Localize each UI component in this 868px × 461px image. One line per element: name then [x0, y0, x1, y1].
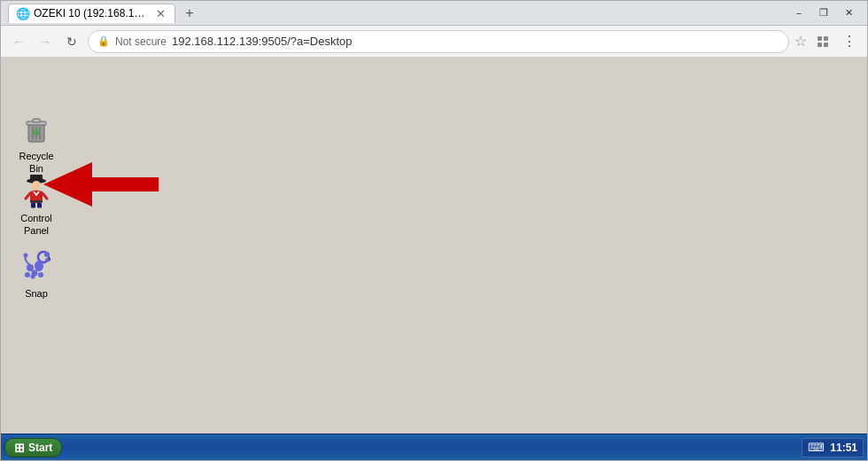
svg-rect-14: [30, 200, 43, 203]
svg-text:♻: ♻: [32, 128, 40, 137]
keyboard-tray-icon: ⌨: [808, 441, 825, 454]
refresh-button[interactable]: ↻: [61, 31, 82, 52]
svg-point-27: [25, 272, 30, 277]
start-button[interactable]: ⊞ Start: [4, 438, 62, 457]
restore-button[interactable]: ❐: [812, 4, 835, 23]
recycle-bin-image: ♻: [18, 110, 55, 147]
window-controls: − ❐ ✕: [787, 4, 860, 23]
url-text: 192.168.112.139:9505/?a=Desktop: [172, 35, 779, 48]
svg-rect-15: [31, 203, 35, 208]
tab-favicon: 🌐: [16, 7, 30, 20]
start-icon: ⊞: [14, 441, 25, 455]
desktop: ♻ Recycle Bin: [1, 58, 867, 434]
svg-point-29: [24, 254, 28, 258]
back-button[interactable]: ←: [8, 31, 29, 52]
red-arrow: [43, 162, 159, 207]
svg-rect-1: [824, 36, 828, 41]
forward-button[interactable]: →: [35, 31, 56, 52]
svg-point-20: [44, 252, 50, 257]
tab-close-button[interactable]: ✕: [156, 7, 166, 20]
taskbar: ⊞ Start ⌨ 11:51: [1, 434, 867, 460]
new-tab-button[interactable]: +: [179, 3, 200, 24]
svg-point-25: [38, 272, 43, 277]
address-bar: ← → ↻ 🔒 Not secure 192.168.112.139:9505/…: [1, 26, 867, 58]
svg-rect-2: [818, 43, 822, 47]
svg-point-13: [32, 181, 41, 190]
svg-rect-6: [33, 119, 40, 122]
close-button[interactable]: ✕: [837, 4, 860, 23]
bookmark-button[interactable]: ☆: [794, 33, 807, 50]
lock-icon: 🔒: [97, 35, 110, 47]
not-secure-label: Not secure: [115, 35, 167, 48]
menu-button[interactable]: ⋮: [839, 31, 860, 52]
svg-point-23: [35, 261, 43, 271]
control-panel-label: Control Panel: [9, 211, 64, 238]
svg-rect-0: [818, 36, 822, 41]
svg-line-17: [26, 193, 30, 199]
snap-label: Snap: [23, 286, 50, 301]
browser-window: 🌐 OZEKI 10 (192.168.112.1... ✕ + − ❐ ✕ ←…: [0, 0, 868, 461]
tab-title: OZEKI 10 (192.168.112.1...: [34, 7, 149, 20]
svg-rect-16: [37, 203, 42, 208]
start-label: Start: [28, 441, 52, 454]
svg-rect-12: [30, 175, 43, 182]
snap-image: [18, 247, 55, 285]
system-tray: ⌨ 11:51: [802, 438, 864, 457]
title-bar: 🌐 OZEKI 10 (192.168.112.1... ✕ + − ❐ ✕: [1, 1, 867, 26]
address-input-wrap[interactable]: 🔒 Not secure 192.168.112.139:9505/?a=Des…: [88, 30, 789, 53]
svg-point-28: [31, 275, 35, 279]
snap-icon[interactable]: Snap: [5, 244, 67, 304]
svg-point-22: [49, 258, 50, 260]
minimize-button[interactable]: −: [787, 4, 810, 23]
svg-rect-3: [824, 43, 828, 47]
svg-marker-30: [43, 162, 159, 207]
browser-tab[interactable]: 🌐 OZEKI 10 (192.168.112.1... ✕: [8, 4, 175, 23]
tray-time: 11:51: [830, 441, 857, 454]
extensions-button[interactable]: [812, 31, 833, 52]
